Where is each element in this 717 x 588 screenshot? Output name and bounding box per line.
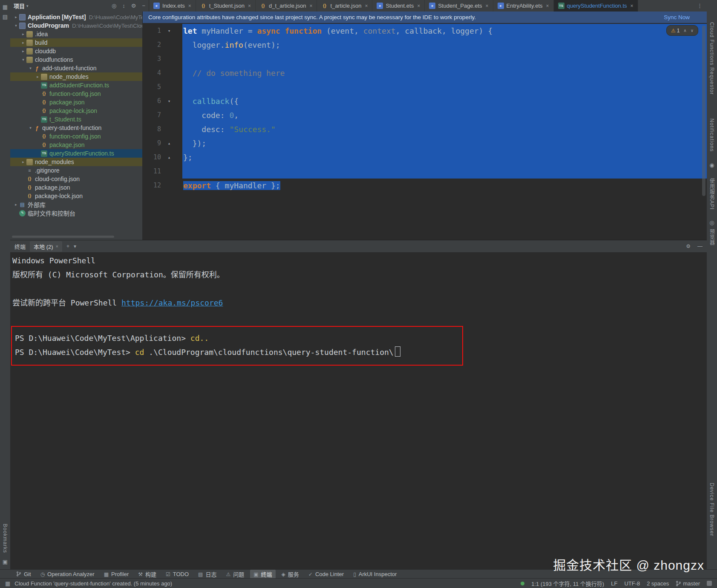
- tree-item[interactable]: {}function-config.json: [10, 132, 142, 141]
- toolwindow-notifications[interactable]: Notifications: [709, 118, 715, 152]
- toolwindow-button-build[interactable]: ⚒构建: [135, 570, 160, 579]
- line-number[interactable]: 5: [142, 80, 164, 94]
- terminal-output[interactable]: Windows PowerShell版权所有 (C) Microsoft Cor…: [10, 253, 707, 366]
- tree-item[interactable]: {}package.json: [10, 183, 142, 192]
- editor-tab[interactable]: TSqueryStudentFunction.ts×: [554, 0, 638, 12]
- tree-item[interactable]: ▸node_modules: [10, 158, 142, 166]
- tab-close-icon[interactable]: ×: [365, 3, 368, 9]
- line-number[interactable]: 2: [142, 38, 164, 52]
- toolwindow-预览器[interactable]: 预览器: [708, 229, 716, 245]
- tree-item[interactable]: {}cloud-config.json: [10, 175, 142, 183]
- tree-item[interactable]: ▸.idea: [10, 30, 142, 38]
- next-problem-icon[interactable]: ∨: [691, 28, 694, 33]
- toolwindow-button-terminal[interactable]: ▣终端: [250, 570, 275, 579]
- project-selector[interactable]: 项目: [14, 2, 25, 10]
- toolwindow-button-problems[interactable]: ⚠问题: [222, 570, 248, 579]
- tree-item[interactable]: {}package.json: [10, 98, 142, 107]
- toolwindow-device-file-browser[interactable]: Device File Browser: [709, 483, 715, 536]
- tree-item[interactable]: ✎临时文件和控制台: [10, 209, 142, 217]
- structure-toolwindow-icon[interactable]: ▣: [3, 559, 8, 565]
- tool-window-icon[interactable]: ◎: [709, 220, 714, 225]
- new-terminal-icon[interactable]: +: [66, 243, 69, 249]
- expand-collapse-icon[interactable]: ↕: [122, 3, 125, 9]
- toolwindow-使用服务api[interactable]: 使用服务API: [708, 178, 716, 210]
- tree-item[interactable]: ▸clouddb: [10, 47, 142, 55]
- line-number[interactable]: 7: [142, 108, 164, 122]
- fold-marker-icon[interactable]: ▴: [164, 150, 175, 164]
- tree-item[interactable]: {}function-config.json: [10, 89, 142, 98]
- terminal-link[interactable]: https://aka.ms/pscore6: [121, 298, 223, 307]
- toolwindow-button-todo[interactable]: ☑TODO: [162, 571, 192, 578]
- tree-item[interactable]: ▾CloudProgramD:\Huawei\Code\MyTest\Clou: [10, 21, 142, 30]
- locate-file-icon[interactable]: ◎: [112, 3, 116, 9]
- tree-horizontal-scrollbar[interactable]: [12, 236, 114, 238]
- fold-marker-icon[interactable]: ▾: [164, 24, 175, 38]
- tab-close-icon[interactable]: ×: [546, 3, 549, 9]
- status-corner-icon[interactable]: [707, 581, 712, 586]
- editor-scrollbar[interactable]: [702, 26, 705, 196]
- tree-item[interactable]: TSt_Student.ts: [10, 115, 142, 124]
- tab-close-icon[interactable]: ×: [417, 3, 420, 9]
- terminal-dropdown-icon[interactable]: ▾: [74, 243, 76, 249]
- line-number[interactable]: 4: [142, 66, 164, 80]
- expand-arrow-icon[interactable]: ▸: [20, 32, 26, 36]
- editor-tab[interactable]: eStudent_Page.ets×: [425, 0, 493, 12]
- line-number[interactable]: 6: [142, 94, 164, 108]
- project-toolwindow-icon[interactable]: ▦: [3, 4, 8, 10]
- tree-item[interactable]: ▾ƒquery-student-function: [10, 124, 142, 132]
- tool-window-icon[interactable]: ◉: [709, 162, 714, 168]
- terminal-tab-local[interactable]: 本地 (2) ×: [30, 241, 62, 252]
- line-number[interactable]: 8: [142, 122, 164, 136]
- toolwindow-button-services[interactable]: ◈服务: [278, 570, 302, 579]
- toolwindow-cloud-functions-requestor[interactable]: Cloud Functions Requestor: [709, 22, 715, 95]
- tree-item[interactable]: {}package-lock.json: [10, 192, 142, 200]
- tree-item[interactable]: ≡.gitignore: [10, 166, 142, 175]
- editor-tab[interactable]: {}t_Student.json×: [196, 0, 256, 12]
- hide-panel-icon[interactable]: −: [142, 3, 145, 9]
- tree-item[interactable]: TSqueryStudentFunction.ts: [10, 149, 142, 158]
- line-number[interactable]: 10: [142, 150, 164, 164]
- tab-close-icon[interactable]: ×: [248, 3, 251, 9]
- expand-arrow-icon[interactable]: ▸: [20, 49, 26, 53]
- toolwindow-button-analyzer[interactable]: ◷Operation Analyzer: [37, 571, 98, 578]
- tab-close-icon[interactable]: ×: [309, 3, 312, 9]
- tree-item[interactable]: ▸Application [MyTest]D:\Huawei\Code\MyTe…: [10, 13, 142, 21]
- line-number[interactable]: 11: [142, 164, 164, 179]
- tab-close-icon[interactable]: ×: [188, 3, 191, 9]
- toolwindow-button-arkui[interactable]: ▯ArkUI Inspector: [350, 571, 400, 578]
- line-number[interactable]: 3: [142, 52, 164, 66]
- toolwindow-button-profiler[interactable]: ▦Profiler: [101, 571, 132, 578]
- expand-arrow-icon[interactable]: ▸: [20, 160, 26, 164]
- expand-arrow-icon[interactable]: ▸: [20, 40, 26, 45]
- indent-indicator[interactable]: 2 spaces: [647, 580, 669, 587]
- editor-tab[interactable]: {}t_article.json×: [317, 0, 372, 12]
- tree-item[interactable]: ▾ƒadd-student-function: [10, 64, 142, 72]
- expand-arrow-icon[interactable]: ▸: [13, 202, 19, 207]
- tree-item[interactable]: {}package-lock.json: [10, 107, 142, 115]
- editor-tab[interactable]: eIndex.ets×: [149, 0, 196, 12]
- toolwindow-switcher-icon[interactable]: ▦: [5, 581, 10, 586]
- expand-arrow-icon[interactable]: ▾: [27, 66, 34, 70]
- prev-problem-icon[interactable]: ∧: [683, 28, 686, 33]
- tab-close-icon[interactable]: ×: [486, 3, 489, 9]
- commit-toolwindow-icon[interactable]: ▤: [3, 14, 8, 20]
- tree-item[interactable]: {}package.json: [10, 141, 142, 149]
- fold-marker-icon[interactable]: ▴: [164, 136, 175, 150]
- line-number[interactable]: 9: [142, 136, 164, 150]
- tree-item[interactable]: ▸▤外部库: [10, 200, 142, 209]
- terminal-settings-gear-icon[interactable]: ⚙: [686, 243, 691, 249]
- expand-arrow-icon[interactable]: ▾: [13, 23, 19, 28]
- toolwindow-button-git[interactable]: Git: [13, 571, 35, 578]
- toolwindow-button-log[interactable]: ▤日志: [195, 570, 220, 579]
- expand-arrow-icon[interactable]: ▸: [35, 75, 41, 79]
- tree-item[interactable]: ▸node_modules: [10, 72, 142, 81]
- line-number[interactable]: 1: [142, 24, 164, 38]
- fold-marker-icon[interactable]: ▾: [164, 94, 175, 108]
- tree-item[interactable]: TSaddStudentFunction.ts: [10, 81, 142, 89]
- toolwindow-bookmarks[interactable]: Bookmarks: [2, 524, 8, 553]
- editor-tab[interactable]: eEntryAbility.ets×: [493, 0, 554, 12]
- editor-tab[interactable]: eStudent.ets×: [372, 0, 425, 12]
- code-editor[interactable]: ⚠ 1 ∧ ∨ 1▾let myHandler = async function…: [142, 23, 707, 240]
- tree-item[interactable]: ▸build: [10, 38, 142, 47]
- encoding-indicator[interactable]: UTF-8: [624, 580, 640, 587]
